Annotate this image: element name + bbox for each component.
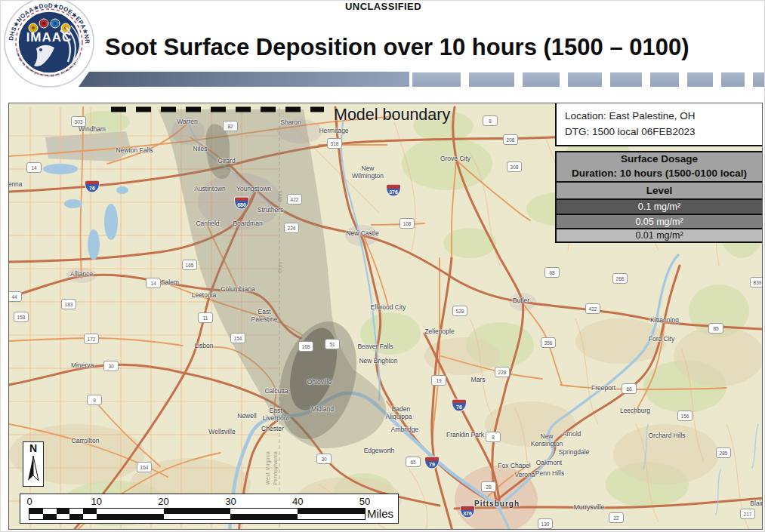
state-border-label: West Virginia: [265, 451, 270, 485]
route-shield-icon: 85: [708, 323, 723, 334]
legend-title-line1: Surface Dosage: [621, 152, 698, 167]
scale-block: [164, 514, 231, 519]
legend-level-row: 0.1 mg/m²: [555, 198, 763, 215]
route-shield-icon: 308: [507, 161, 522, 172]
route-shield-icon: 66: [622, 383, 637, 394]
logo-acronym-text: IMAAC: [26, 30, 72, 45]
scale-block: [43, 514, 57, 519]
scale-tick-label: 30: [225, 496, 236, 507]
scale-block: [97, 509, 164, 514]
page-title: Soot Surface Deposition over 10 hours (1…: [105, 34, 763, 61]
scale-block: [29, 514, 43, 519]
classification-banner: UNCLASSIFIED: [1, 1, 765, 12]
route-shield-icon: 44: [8, 291, 22, 302]
north-needle-icon: [25, 455, 42, 484]
route-shield-icon: 65: [406, 457, 421, 467]
accent-segment: [721, 72, 745, 87]
accent-segment: [687, 72, 713, 87]
accent-segment: [469, 72, 514, 87]
state-border-label: Pennsylvania: [273, 451, 278, 485]
scale-bar: 01020304050 Miles: [20, 494, 399, 524]
route-shield-icon: 30: [316, 454, 332, 464]
route-shield-icon: 22: [609, 512, 624, 523]
legend-level-row: 0.05 mg/m²: [555, 214, 763, 229]
scale-block: [230, 514, 298, 519]
accent-segment: [610, 72, 642, 87]
route-shield-icon: 528: [452, 306, 467, 316]
route-shield-icon: 154: [230, 333, 245, 343]
route-shield-icon: 156: [677, 411, 693, 421]
route-shield-icon: 28: [481, 481, 496, 492]
route-shield-icon: 165: [182, 260, 197, 270]
scale-block: [57, 509, 70, 514]
scale-tick-label: 40: [292, 496, 303, 507]
route-shield-icon: 51: [325, 339, 340, 349]
legend-header: Surface Dosage Duration: 10 hours (1500-…: [555, 151, 763, 183]
accent-segment: [412, 72, 461, 87]
legend-level-label: Level: [646, 185, 673, 196]
scale-block: [69, 514, 83, 519]
route-shield-icon: 130: [538, 518, 553, 529]
route-shield-icon: 422: [585, 303, 600, 314]
route-shield-icon: 153: [14, 312, 29, 322]
title-accent-bar: [79, 72, 409, 87]
model-boundary-label: Model boundary: [334, 106, 450, 125]
legend-title-line2: Duration: 10 hours (1500-0100 local): [572, 167, 747, 181]
route-shield-icon: 9: [87, 395, 102, 405]
route-shield-icon: 224: [284, 223, 299, 233]
route-shield-icon: 19: [431, 375, 446, 386]
location-text: Location: East Palestine, OH: [565, 109, 762, 125]
route-shield-icon: 172: [84, 334, 99, 344]
scale-tick-label: 50: [359, 496, 370, 507]
dosage-legend: Surface Dosage Duration: 10 hours (1500-…: [555, 152, 763, 243]
scale-block: [298, 514, 365, 519]
state-border-label: Ohio: [277, 190, 282, 202]
scale-bar-blocks: [29, 509, 365, 519]
route-shield-icon: 68: [544, 267, 560, 278]
accent-segment: [753, 72, 765, 87]
map-canvas[interactable]: WindhamWarrenSharonHermitageNewton Falls…: [8, 103, 763, 530]
route-shield-icon: 108: [399, 218, 415, 229]
scale-block: [298, 509, 365, 514]
north-label: N: [23, 442, 43, 455]
dtg-text: DTG: 1500 local 06FEB2023: [565, 125, 762, 140]
scale-block: [69, 509, 83, 514]
route-shield-icon: 8: [483, 115, 498, 126]
route-shield-icon: 839: [750, 277, 763, 288]
accent-segment: [568, 72, 602, 87]
route-shield-icon: 168: [298, 341, 313, 352]
route-shield-icon: 268: [612, 273, 628, 284]
route-shield-icon: 11: [198, 312, 213, 323]
legend-rows: 0.1 mg/m²0.05 mg/m²0.01 mg/m²: [555, 198, 763, 243]
imaac-logo: DHS★NOAA★DoD★DOE★EPA★NRC★HHS Interagency…: [2, 0, 98, 98]
legend-level-row: 0.01 mg/m²: [555, 228, 763, 243]
route-shield-icon: 208: [503, 134, 518, 145]
scale-block: [57, 514, 70, 519]
scale-block: [230, 509, 298, 514]
route-shield-icon: 356: [541, 337, 556, 348]
scale-block: [83, 514, 97, 519]
route-shield-icon: 14: [26, 162, 42, 173]
state-border-label: Ohio: [277, 261, 282, 273]
slide-page: UNCLASSIFIED Soot Surface Deposition ove…: [0, 0, 765, 532]
route-shield-icon: 164: [137, 462, 152, 472]
route-shield-icon: 303: [71, 116, 86, 127]
scale-block: [83, 509, 97, 514]
scale-tick-label: 0: [26, 496, 32, 507]
scale-block: [43, 509, 57, 514]
scale-tick-label: 20: [158, 496, 168, 507]
location-info-box: Location: East Palestine, OH DTG: 1500 l…: [555, 103, 763, 146]
scale-block: [29, 509, 43, 514]
route-shield-icon: 82: [223, 121, 238, 131]
scale-block: [164, 509, 231, 514]
route-shield-icon: 217: [740, 509, 755, 519]
north-arrow: N: [23, 441, 44, 487]
scale-tick-label: 10: [91, 496, 102, 507]
route-shield-icon: 422: [287, 194, 302, 204]
route-shield-icon: 8: [486, 432, 501, 442]
scale-block: [97, 514, 164, 519]
route-shield-icon: 14: [146, 278, 161, 288]
route-shield-icon: 318: [327, 138, 342, 149]
accent-segment: [650, 72, 679, 87]
accent-segment: [523, 72, 560, 87]
